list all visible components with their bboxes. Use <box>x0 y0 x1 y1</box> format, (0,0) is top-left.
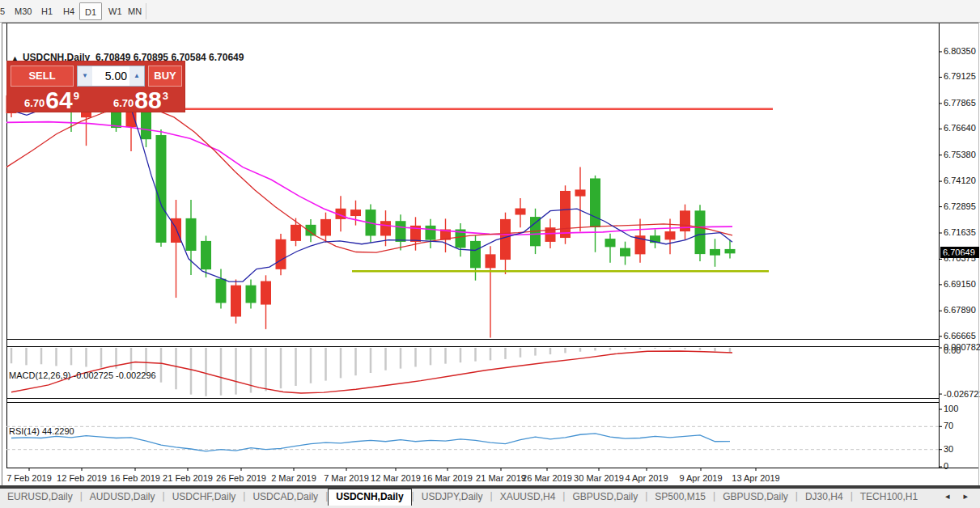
date-axis-label: 12 Mar 2019 <box>371 473 421 483</box>
timeframe-button-h1[interactable]: H1 <box>36 2 57 20</box>
candle-body <box>231 286 241 317</box>
timeframe-button-h4[interactable]: H4 <box>58 2 79 20</box>
date-axis-label: 12 Feb 2019 <box>57 473 107 483</box>
price-axis-label: 6.69150 <box>944 279 976 289</box>
macd-axis-min: -0.026721 <box>944 389 980 399</box>
price-axis-label: 6.76640 <box>944 123 976 133</box>
sell-price-sup: 9 <box>74 90 79 102</box>
volume-stepper: ▼ ▲ <box>77 66 145 87</box>
candle-body <box>620 248 630 256</box>
rsi-axis-label: 100 <box>944 404 958 413</box>
timeframe-button-mn[interactable]: MN <box>123 2 146 20</box>
candle-body <box>725 249 736 253</box>
macd-title: MACD(12,26,9) -0.002725 -0.002296 <box>9 370 156 380</box>
tab-scroll-arrows: ◂ ▸ <box>940 491 974 502</box>
tab-sp500-m15[interactable]: SP500,M15 <box>647 489 713 506</box>
date-axis-label: 30 Mar 2019 <box>574 473 624 483</box>
price-axis-label: 6.80350 <box>944 46 976 56</box>
volume-input[interactable] <box>92 66 129 86</box>
sell-button[interactable]: SELL <box>11 66 74 87</box>
candle-body <box>426 226 436 240</box>
date-axis-label: 4 Apr 2019 <box>625 473 668 483</box>
candle-body <box>710 249 720 256</box>
timeframe-button-d1[interactable]: D1 <box>79 2 102 20</box>
candle-body <box>276 239 286 269</box>
date-axis-label: 21 Mar 2019 <box>476 473 526 483</box>
tab-audusd-daily[interactable]: AUDUSD,Daily <box>83 489 163 506</box>
price-axis-label: 6.77865 <box>944 98 976 108</box>
symbol-tab-bar: EURUSD,Daily|AUDUSD,Daily|USDCHF,Daily|U… <box>0 487 980 508</box>
price-axis-label: 6.75380 <box>944 150 976 159</box>
sell-price-big: 64 <box>45 90 72 111</box>
buy-price-sup: 3 <box>163 90 168 102</box>
candle-body <box>470 241 481 268</box>
rsi-axis-label: 70 <box>944 421 953 430</box>
date-axis-label: 7 Feb 2019 <box>6 473 52 483</box>
tab-scroll-right-icon[interactable]: ▸ <box>957 491 974 501</box>
candle-body <box>500 219 511 260</box>
candle-body <box>216 279 227 303</box>
candle-body <box>486 254 496 268</box>
candle-body <box>665 231 676 239</box>
trading-app: 5M30H1H4D1W1MN ▲USDCNH,Daily 6.70849 6.7… <box>0 0 980 508</box>
date-axis-label: 16 Mar 2019 <box>422 473 473 483</box>
volume-decrease-icon[interactable]: ▼ <box>78 66 92 86</box>
candle-body <box>261 282 271 305</box>
price-axis-label: 6.72895 <box>944 201 976 211</box>
date-axis-label: 21 Feb 2019 <box>163 473 213 483</box>
volume-increase-icon[interactable]: ▲ <box>129 66 144 86</box>
one-click-trade-panel: SELL ▼ ▲ BUY 6.70 64 9 6.70 88 3 <box>6 61 185 112</box>
date-axis-label: 7 Mar 2019 <box>324 473 369 483</box>
timeframe-button-5[interactable]: 5 <box>0 2 10 20</box>
tab-gbpusd-daily[interactable]: GBPUSD,Daily <box>565 489 645 506</box>
candle-body <box>575 189 586 196</box>
candle-body <box>186 218 197 251</box>
macd-axis-zero: 0.00 <box>944 345 961 355</box>
rsi-line <box>11 434 730 451</box>
price-axis-label: 6.70375 <box>944 253 976 263</box>
candle-body <box>396 221 406 242</box>
tab-usdjpy-daily[interactable]: USDJPY,Daily <box>414 489 490 506</box>
candle-body <box>291 225 301 241</box>
candle-body <box>560 191 571 238</box>
price-axis-label: 6.79125 <box>944 71 976 81</box>
buy-button[interactable]: BUY <box>148 66 182 87</box>
date-axis-label: 9 Apr 2019 <box>679 473 722 483</box>
rsi-axis-label: 30 <box>944 444 953 454</box>
date-axis-label: 26 Feb 2019 <box>216 473 266 483</box>
candle-body <box>515 209 526 215</box>
tab-usdchf-daily[interactable]: USDCHF,Daily <box>165 489 244 506</box>
tab-usdcnh-daily[interactable]: USDCNH,Daily <box>328 489 411 506</box>
candle-body <box>246 286 257 303</box>
price-axis-label: 6.71635 <box>944 227 976 237</box>
buy-quote[interactable]: 6.70 88 3 <box>98 91 184 111</box>
candle-body <box>380 221 391 235</box>
tab-xauusd-h4[interactable]: XAUUSD,H4 <box>493 489 563 506</box>
candle-body <box>350 210 361 216</box>
candle-body <box>141 109 151 139</box>
date-axis-label: 26 Mar 2019 <box>522 473 572 483</box>
sell-quote[interactable]: 6.70 64 9 <box>9 91 95 111</box>
chart-window[interactable]: ▲USDCNH,Daily 6.70849 6.70895 6.70584 6.… <box>0 23 980 487</box>
buy-price-big: 88 <box>134 90 161 111</box>
candle-body <box>156 135 167 243</box>
price-axis-label: 6.67890 <box>944 305 976 315</box>
rsi-title: RSI(14) 44.2290 <box>9 426 74 436</box>
date-axis-label: 13 Apr 2019 <box>732 473 779 483</box>
tab-gbpusd-daily[interactable]: GBPUSD,Daily <box>715 489 795 506</box>
tab-dj30-h4[interactable]: DJ30,H4 <box>798 489 851 506</box>
candle-body <box>590 179 600 227</box>
timeframe-toolbar: 5M30H1H4D1W1MN <box>0 0 980 23</box>
candle-body <box>695 210 706 254</box>
timeframe-button-m30[interactable]: M30 <box>10 2 36 20</box>
rsi-axis-label: 0 <box>944 461 948 471</box>
candle-body <box>201 241 211 269</box>
price-axis-label: 6.74120 <box>944 176 976 185</box>
tab-eurusd-daily[interactable]: EURUSD,Daily <box>0 489 80 506</box>
tab-scroll-left-icon[interactable]: ◂ <box>940 491 956 501</box>
tab-usdcad-daily[interactable]: USDCAD,Daily <box>245 489 325 506</box>
tab-tech100-h1[interactable]: TECH100,H1 <box>853 489 925 506</box>
date-axis-label: 16 Feb 2019 <box>110 473 160 483</box>
sell-price-small: 6.70 <box>24 97 45 109</box>
candle-body <box>605 239 616 247</box>
